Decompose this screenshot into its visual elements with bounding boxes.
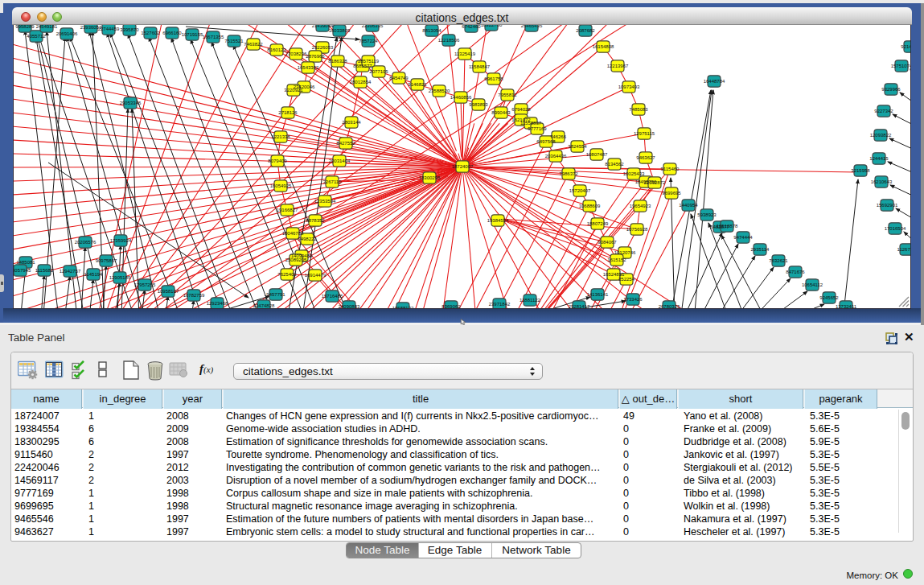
svg-text:10654112: 10654112 [802, 282, 823, 287]
svg-text:12905185: 12905185 [109, 275, 131, 280]
svg-text:22306335: 22306335 [362, 25, 384, 28]
svg-text:9214491: 9214491 [901, 44, 911, 49]
svg-text:17359924: 17359924 [110, 238, 132, 243]
svg-text:6961758: 6961758 [484, 76, 503, 81]
svg-text:1145194: 1145194 [84, 272, 104, 277]
svg-text:8990443: 8990443 [491, 110, 511, 115]
svg-text:12923468: 12923468 [207, 301, 228, 306]
svg-text:7515521: 7515521 [224, 39, 244, 43]
svg-text:18807249: 18807249 [587, 221, 609, 226]
svg-text:7632621: 7632621 [769, 258, 788, 263]
svg-text:11881122: 11881122 [519, 298, 540, 303]
svg-text:25465435: 25465435 [521, 25, 543, 28]
svg-text:29281417: 29281417 [569, 304, 590, 308]
svg-text:3395870: 3395870 [120, 27, 139, 32]
svg-text:16154808: 16154808 [593, 44, 614, 49]
svg-text:1115682: 1115682 [35, 268, 54, 273]
svg-text:16210643: 16210643 [871, 179, 893, 184]
svg-text:19688132: 19688132 [392, 306, 414, 308]
svg-text:12942757: 12942757 [60, 269, 81, 274]
svg-text:4055712: 4055712 [27, 34, 46, 39]
svg-text:20691406: 20691406 [56, 31, 78, 36]
svg-text:7485083: 7485083 [629, 107, 648, 112]
svg-text:2935114: 2935114 [751, 247, 770, 252]
svg-text:2803144: 2803144 [342, 120, 361, 125]
svg-text:1615152: 1615152 [607, 257, 626, 262]
svg-text:2876966: 2876966 [306, 54, 325, 59]
svg-text:20206576: 20206576 [75, 240, 97, 245]
svg-text:1244415: 1244415 [869, 156, 889, 161]
svg-text:10973493: 10973493 [618, 84, 640, 89]
svg-text:9498222: 9498222 [298, 237, 317, 241]
svg-text:18724007: 18724007 [452, 164, 474, 169]
svg-text:19654923: 19654923 [630, 204, 651, 208]
svg-text:5938923: 5938923 [697, 212, 717, 217]
svg-text:10719155: 10719155 [182, 32, 203, 37]
svg-text:1485081: 1485081 [16, 260, 35, 265]
svg-text:19384554: 19384554 [487, 218, 509, 223]
svg-text:8471676: 8471676 [786, 270, 805, 274]
svg-text:15692901: 15692901 [877, 203, 898, 208]
svg-text:9463627: 9463627 [636, 155, 655, 160]
svg-text:3824554: 3824554 [568, 144, 587, 149]
svg-text:7463822: 7463822 [244, 42, 263, 47]
svg-text:8454749: 8454749 [389, 76, 409, 80]
svg-text:13732411: 13732411 [836, 304, 857, 308]
svg-text:27038236: 27038236 [285, 51, 307, 56]
svg-text:26780325: 26780325 [659, 304, 680, 308]
svg-text:7986372: 7986372 [559, 171, 578, 176]
svg-text:16054925: 16054925 [270, 183, 292, 188]
svg-text:16543362: 16543362 [298, 65, 319, 70]
svg-text:3220921: 3220921 [284, 88, 303, 93]
svg-text:8685577: 8685577 [353, 64, 372, 68]
svg-text:15751074: 15751074 [891, 64, 911, 68]
svg-text:8134562: 8134562 [605, 162, 624, 167]
svg-text:2087682: 2087682 [576, 28, 595, 33]
svg-text:19166827: 19166827 [277, 208, 298, 212]
svg-text:16033809: 16033809 [329, 28, 351, 33]
svg-text:12975115: 12975115 [634, 131, 655, 136]
svg-text:10025433: 10025433 [623, 171, 645, 176]
svg-text:15720407: 15720407 [569, 188, 591, 193]
svg-text:9245652: 9245652 [819, 295, 839, 300]
svg-text:11584847: 11584847 [469, 64, 491, 69]
svg-text:24090883: 24090883 [339, 304, 360, 308]
svg-text:20364436: 20364436 [545, 154, 567, 159]
svg-text:28012854: 28012854 [350, 80, 372, 84]
svg-text:14460856: 14460856 [450, 95, 472, 100]
svg-text:8427552: 8427552 [336, 141, 355, 146]
svg-text:6794028: 6794028 [511, 107, 531, 112]
svg-text:16448784: 16448784 [704, 79, 725, 84]
svg-text:9983893: 9983893 [469, 102, 488, 107]
svg-text:8813054: 8813054 [422, 28, 441, 33]
svg-text:3267110: 3267110 [323, 179, 343, 184]
svg-text:9146821: 9146821 [408, 82, 427, 87]
svg-text:10756928: 10756928 [626, 227, 648, 232]
svg-text:3215958: 3215958 [851, 168, 870, 173]
svg-text:10958107: 10958107 [158, 289, 179, 294]
svg-text:9084067: 9084067 [598, 240, 617, 245]
svg-text:2077105: 2077105 [369, 69, 388, 74]
svg-text:17016504: 17016504 [885, 226, 906, 231]
svg-text:9699695: 9699695 [662, 191, 681, 196]
svg-text:252254: 252254 [618, 277, 635, 282]
svg-text:8186328: 8186328 [328, 59, 347, 64]
svg-text:16671355: 16671355 [203, 35, 224, 39]
svg-text:8878352: 8878352 [306, 218, 325, 223]
svg-text:16510878: 16510878 [717, 224, 738, 229]
svg-text:6497568: 6497568 [536, 139, 556, 144]
svg-text:10046788: 10046788 [282, 231, 304, 236]
svg-text:18922760: 18922760 [481, 25, 503, 27]
svg-text:6966160: 6966160 [162, 31, 182, 35]
svg-text:6742460: 6742460 [462, 25, 481, 29]
svg-text:11558837: 11558837 [520, 121, 542, 126]
svg-text:1527602: 1527602 [141, 31, 160, 35]
svg-text:1126753: 1126753 [897, 247, 911, 252]
svg-text:9115460: 9115460 [661, 167, 680, 171]
svg-text:17957255: 17957255 [134, 282, 156, 287]
svg-text:14136141: 14136141 [587, 292, 609, 297]
svg-text:10057945: 10057945 [13, 268, 31, 273]
svg-text:20031404: 20031404 [329, 159, 351, 163]
svg-text:11325419: 11325419 [454, 51, 476, 56]
svg-text:7955812: 7955812 [498, 93, 517, 97]
